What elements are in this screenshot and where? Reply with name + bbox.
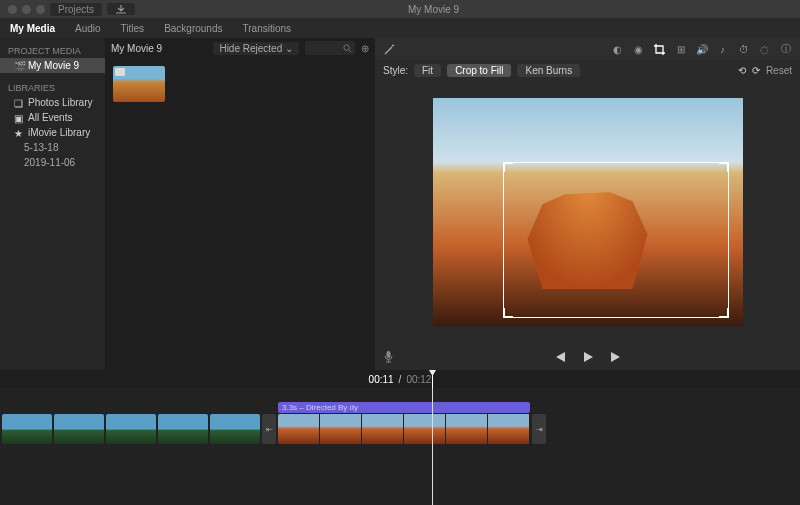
timeline[interactable]: ⇤ 3.3s – Directed By dy ⇥ xyxy=(0,388,800,505)
timeline-playhead[interactable] xyxy=(432,388,433,505)
rotate-right-icon[interactable]: ⟳ xyxy=(752,65,760,76)
title-clip[interactable]: 3.3s – Directed By dy xyxy=(278,402,530,413)
import-button[interactable] xyxy=(107,3,135,15)
timecode-current: 00:11 xyxy=(369,374,394,385)
sidebar-item-project[interactable]: 🎬 My Movie 9 xyxy=(0,58,105,73)
timeline-clip[interactable] xyxy=(54,414,104,444)
crop-handle-bl[interactable] xyxy=(503,308,513,318)
playback-controls xyxy=(375,344,800,370)
sidebar-subitem-date1[interactable]: 5-13-18 xyxy=(0,140,105,155)
playhead-marker[interactable] xyxy=(432,370,433,388)
viewer-panel: ◐ ◉ ⊞ 🔊 ♪ ⏱ ◌ ⓘ Style: Fit Crop to Fill … xyxy=(375,38,800,370)
timeline-clip[interactable] xyxy=(106,414,156,444)
preview-image xyxy=(433,98,743,326)
timeline-clip[interactable] xyxy=(2,414,52,444)
style-row: Style: Fit Crop to Fill Ken Burns ⟲ ⟳ Re… xyxy=(375,60,800,80)
back-projects-button[interactable]: Projects xyxy=(50,3,102,16)
svg-rect-2 xyxy=(387,351,391,358)
jump-prev-button[interactable]: ⇤ xyxy=(262,414,276,444)
timeline-track-1 xyxy=(2,414,260,444)
sidebar-item-all-events[interactable]: ▣ All Events xyxy=(0,110,105,125)
sidebar: PROJECT MEDIA 🎬 My Movie 9 LIBRARIES ❏ P… xyxy=(0,38,105,370)
filter-icon[interactable]: ◌ xyxy=(758,43,771,56)
style-kenburns-button[interactable]: Ken Burns xyxy=(517,64,580,77)
window-title: My Movie 9 xyxy=(140,4,727,15)
stabilize-icon[interactable]: ⊞ xyxy=(674,43,687,56)
crop-icon[interactable] xyxy=(653,43,666,56)
tab-titles[interactable]: Titles xyxy=(121,23,145,34)
rotate-left-icon[interactable]: ⟲ xyxy=(738,65,746,76)
traffic-lights[interactable] xyxy=(8,5,45,14)
clapper-icon: 🎬 xyxy=(14,61,24,71)
timeline-clip[interactable] xyxy=(210,414,260,444)
media-tabs: My Media Audio Titles Backgrounds Transi… xyxy=(0,18,800,38)
tab-my-media[interactable]: My Media xyxy=(10,23,55,34)
star-icon: ★ xyxy=(14,128,24,138)
photos-icon: ❏ xyxy=(14,98,24,108)
events-icon: ▣ xyxy=(14,113,24,123)
tab-audio[interactable]: Audio xyxy=(75,23,101,34)
noise-icon[interactable]: ♪ xyxy=(716,43,729,56)
media-browser: My Movie 9 Hide Rejected ⌄ ⊕ xyxy=(105,38,375,370)
style-label: Style: xyxy=(383,65,408,76)
info-icon[interactable]: ⓘ xyxy=(779,43,792,56)
viewer-toolbar: ◐ ◉ ⊞ 🔊 ♪ ⏱ ◌ ⓘ xyxy=(375,38,800,60)
style-fit-button[interactable]: Fit xyxy=(414,64,441,77)
play-button[interactable] xyxy=(581,350,595,364)
preview-area[interactable] xyxy=(375,80,800,344)
color-balance-icon[interactable]: ◐ xyxy=(611,43,624,56)
filter-dropdown[interactable]: Hide Rejected ⌄ xyxy=(213,42,299,55)
timeline-header: 00:11 / 00:12 xyxy=(0,370,800,388)
sidebar-subitem-date2[interactable]: 2019-11-06 xyxy=(0,155,105,170)
sidebar-header-libraries: LIBRARIES xyxy=(0,81,105,95)
timecode-total: 00:12 xyxy=(406,374,431,385)
volume-icon[interactable]: 🔊 xyxy=(695,43,708,56)
sidebar-item-imovie-library[interactable]: ★ iMovie Library xyxy=(0,125,105,140)
sidebar-item-photos[interactable]: ❏ Photos Library xyxy=(0,95,105,110)
settings-icon[interactable]: ⊕ xyxy=(361,43,369,54)
color-correct-icon[interactable]: ◉ xyxy=(632,43,645,56)
style-crop-button[interactable]: Crop to Fill xyxy=(447,64,511,77)
wand-icon[interactable] xyxy=(383,43,396,56)
prev-button[interactable] xyxy=(553,351,567,363)
tab-backgrounds[interactable]: Backgrounds xyxy=(164,23,222,34)
speed-icon[interactable]: ⏱ xyxy=(737,43,750,56)
search-icon xyxy=(343,44,352,53)
browser-title: My Movie 9 xyxy=(111,43,162,54)
crop-rectangle[interactable] xyxy=(503,162,729,318)
timeline-clip[interactable] xyxy=(158,414,208,444)
tab-transitions[interactable]: Transitions xyxy=(243,23,292,34)
crop-handle-br[interactable] xyxy=(719,308,729,318)
crop-handle-tl[interactable] xyxy=(503,162,513,172)
svg-line-1 xyxy=(349,49,351,51)
window-titlebar: Projects My Movie 9 xyxy=(0,0,800,18)
reset-button[interactable]: Reset xyxy=(766,65,792,76)
sidebar-header-project: PROJECT MEDIA xyxy=(0,44,105,58)
media-thumbnail[interactable] xyxy=(113,66,165,102)
next-button[interactable] xyxy=(609,351,623,363)
timeline-clip-main[interactable] xyxy=(278,414,530,444)
svg-point-0 xyxy=(344,44,349,49)
search-input[interactable] xyxy=(305,41,355,55)
jump-next-button[interactable]: ⇥ xyxy=(532,414,546,444)
mic-icon[interactable] xyxy=(383,350,394,364)
crop-handle-tr[interactable] xyxy=(719,162,729,172)
